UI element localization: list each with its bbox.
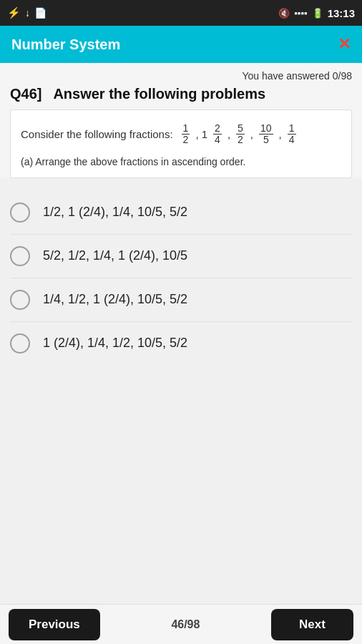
option-row-1[interactable]: 1/2, 1 (2/4), 1/4, 10/5, 5/2 xyxy=(10,191,352,235)
status-icons-right: 🔇 ▪▪▪▪ 🔋 13:13 xyxy=(278,7,355,19)
question-header: Q46] Answer the following problems xyxy=(10,86,352,102)
radio-3[interactable] xyxy=(10,290,30,310)
option-row-2[interactable]: 5/2, 1/2, 1/4, 1 (2/4), 10/5 xyxy=(10,235,352,278)
radio-2[interactable] xyxy=(10,246,30,266)
app-bar-title: Number System xyxy=(11,36,120,53)
app-bar: Number System ✕ xyxy=(0,26,362,63)
status-bar: ⚡ ↓ 📄 🔇 ▪▪▪▪ 🔋 13:13 xyxy=(0,0,362,26)
option-row-3[interactable]: 1/4, 1/2, 1 (2/4), 10/5, 5/2 xyxy=(10,278,352,322)
radio-4[interactable] xyxy=(10,333,30,353)
option-text-4: 1 (2/4), 1/4, 1/2, 10/5, 5/2 xyxy=(43,336,187,351)
fractions-line: Consider the following fractions: 1 2 , … xyxy=(21,123,341,146)
radio-inner-4 xyxy=(16,340,24,347)
radio-1[interactable] xyxy=(10,203,30,223)
signal-icon: ▪▪▪▪ xyxy=(294,8,307,19)
radio-inner-1 xyxy=(16,209,24,216)
radio-inner-3 xyxy=(16,296,24,303)
fractions-intro-label: Consider the following fractions: xyxy=(21,128,173,140)
mute-icon: 🔇 xyxy=(278,8,290,19)
close-button[interactable]: ✕ xyxy=(338,35,351,54)
question-number: Q46] xyxy=(10,86,41,102)
status-icons-left: ⚡ ↓ 📄 xyxy=(7,6,47,19)
option-row-4[interactable]: 1 (2/4), 1/4, 1/2, 10/5, 5/2 xyxy=(10,322,352,365)
options-container: 1/2, 1 (2/4), 1/4, 10/5, 5/2 5/2, 1/2, 1… xyxy=(0,191,362,365)
bottom-nav: Previous 46/98 Next xyxy=(0,604,362,644)
option-text-2: 5/2, 1/2, 1/4, 1 (2/4), 10/5 xyxy=(43,248,187,263)
option-text-1: 1/2, 1 (2/4), 1/4, 10/5, 5/2 xyxy=(43,205,187,220)
file-icon: 📄 xyxy=(34,7,47,19)
previous-button[interactable]: Previous xyxy=(9,609,100,640)
battery-icon: 🔋 xyxy=(312,8,323,19)
fraction-2-4: 2 4 xyxy=(213,123,222,146)
sub-question: (a) Arrange the above fractions in ascen… xyxy=(21,156,341,167)
status-time: 13:13 xyxy=(328,7,355,19)
download-icon: ↓ xyxy=(25,7,30,19)
radio-inner-2 xyxy=(16,253,24,260)
fraction-1-4: 1 4 xyxy=(288,123,296,146)
option-text-3: 1/4, 1/2, 1 (2/4), 10/5, 5/2 xyxy=(43,292,187,307)
main-content: You have answered 0/98 Q46] Answer the f… xyxy=(0,63,362,178)
page-counter: 46/98 xyxy=(171,618,200,631)
question-content-area: Consider the following fractions: 1 2 , … xyxy=(10,109,352,178)
next-button[interactable]: Next xyxy=(271,609,353,640)
usb-icon: ⚡ xyxy=(7,6,21,19)
answered-progress: You have answered 0/98 xyxy=(10,70,352,82)
fraction-10-5: 10 5 xyxy=(259,123,273,146)
question-title: Answer the following problems xyxy=(53,86,265,102)
fraction-1-2: 1 2 xyxy=(182,123,190,146)
fraction-5-2: 5 2 xyxy=(236,123,245,146)
